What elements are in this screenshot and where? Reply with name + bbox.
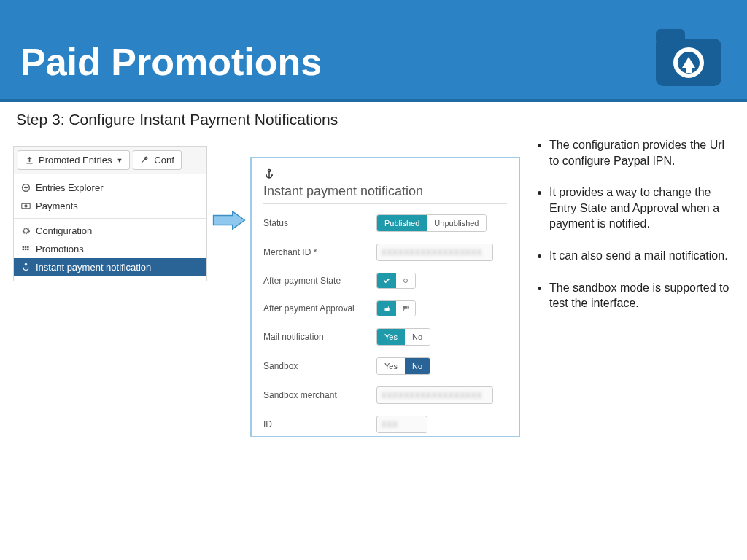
conf-button[interactable]: Conf (133, 150, 181, 170)
sandbox-no[interactable]: No (405, 358, 430, 374)
label-id: ID (263, 419, 376, 429)
label-after-state: After payment State (263, 276, 376, 286)
svg-point-11 (268, 169, 270, 171)
mail-yes[interactable]: Yes (377, 329, 405, 345)
svg-rect-8 (27, 249, 28, 250)
row-mail: Mail notification Yes No (263, 328, 507, 346)
bullet-item: It can also send a mail notification. (549, 248, 737, 264)
conf-label: Conf (154, 155, 174, 166)
slide-header: Paid Promotions (0, 0, 747, 102)
label-after-approval: After payment Approval (263, 303, 376, 314)
upload-icon (25, 155, 34, 165)
arrow-right-icon (212, 210, 247, 230)
id-input[interactable]: XXX (376, 416, 427, 433)
sidebar-item-label: Entries Explorer (36, 182, 103, 193)
row-after-approval: After payment Approval (263, 300, 507, 316)
thumbs-up-icon[interactable] (377, 301, 396, 316)
admin-sidebar: Promoted Entries ▼ Conf Entries Explorer… (13, 146, 207, 281)
label-sandbox: Sandbox (263, 361, 376, 371)
svg-rect-6 (23, 249, 24, 250)
status-published[interactable]: Published (377, 215, 427, 231)
label-sandbox-merchant: Sandbox merchant (263, 390, 376, 400)
plus-circle-icon (21, 183, 31, 192)
sidebar-item-instant-payment-notification[interactable]: Instant payment notification (14, 258, 206, 276)
caret-down-icon: ▼ (116, 157, 123, 164)
row-id: ID XXX (263, 416, 507, 433)
mail-no[interactable]: No (405, 329, 430, 345)
svg-rect-1 (22, 203, 30, 209)
mail-toggle[interactable]: Yes No (376, 328, 430, 346)
label-mail: Mail notification (263, 332, 376, 342)
anchor-icon (21, 262, 31, 272)
row-sandbox-merchant: Sandbox merchant XXXXXXXXXXXXXXXXXX (263, 386, 507, 404)
svg-marker-10 (214, 211, 245, 229)
sidebar-item-promotions[interactable]: Promotions (14, 240, 206, 258)
anchor-icon (263, 168, 507, 182)
wrench-icon (140, 155, 150, 165)
label-merchant-id: Merchant ID * (263, 247, 376, 257)
svg-rect-7 (25, 249, 26, 250)
sidebar-item-configuration[interactable]: Configuration (14, 222, 206, 240)
svg-point-2 (25, 205, 27, 207)
bullet-item: It provides a way to change the Entry St… (549, 184, 737, 232)
row-status: Status Published Unpublished (263, 214, 507, 232)
status-toggle[interactable]: Published Unpublished (376, 214, 487, 232)
sidebar-item-label: Configuration (36, 225, 92, 236)
sidebar-item-payments[interactable]: Payments (14, 197, 206, 215)
circle-icon[interactable] (396, 273, 415, 288)
bullet-item: The sandbox mode is supported to test th… (549, 280, 737, 311)
after-state-toggle[interactable] (376, 273, 416, 289)
money-icon (21, 201, 31, 211)
row-sandbox: Sandbox Yes No (263, 357, 507, 375)
row-after-state: After payment State (263, 273, 507, 289)
promoted-entries-label: Promoted Entries (39, 155, 112, 166)
svg-point-9 (25, 263, 26, 265)
promoted-entries-dropdown[interactable]: Promoted Entries ▼ (18, 150, 130, 170)
label-status: Status (263, 218, 376, 228)
svg-rect-4 (25, 246, 26, 247)
slide-subtitle: Step 3: Configure Instant Payment Notifi… (0, 102, 747, 128)
sidebar-item-label: Instant payment notification (36, 262, 151, 273)
bullet-item: The configuration provides the Url to co… (549, 137, 737, 168)
upload-folder-icon (656, 29, 721, 86)
sidebar-item-label: Payments (36, 201, 78, 211)
sandbox-yes[interactable]: Yes (377, 358, 405, 374)
svg-rect-3 (23, 246, 24, 247)
sidebar-item-label: Promotions (36, 244, 84, 254)
merchant-id-input[interactable]: XXXXXXXXXXXXXXXXXX (376, 244, 493, 261)
check-icon[interactable] (377, 273, 396, 288)
slide-bullet-list: The configuration provides the Url to co… (536, 137, 737, 327)
status-unpublished[interactable]: Unpublished (427, 215, 486, 231)
sandbox-merchant-input[interactable]: XXXXXXXXXXXXXXXXXX (376, 386, 493, 404)
slide-title: Paid Promotions (0, 0, 747, 84)
svg-rect-5 (27, 246, 28, 247)
thumbs-down-icon[interactable] (396, 301, 415, 316)
after-approval-toggle[interactable] (376, 300, 416, 316)
row-merchant-id: Merchant ID * XXXXXXXXXXXXXXXXXX (263, 244, 507, 261)
sandbox-toggle[interactable]: Yes No (376, 357, 430, 375)
ipn-config-panel: Instant payment notification Status Publ… (250, 157, 520, 438)
list-icon (21, 244, 31, 254)
gear-icon (21, 226, 31, 236)
panel-heading: Instant payment notification (263, 184, 507, 199)
sidebar-item-entries-explorer[interactable]: Entries Explorer (14, 179, 206, 197)
svg-point-12 (404, 279, 408, 283)
